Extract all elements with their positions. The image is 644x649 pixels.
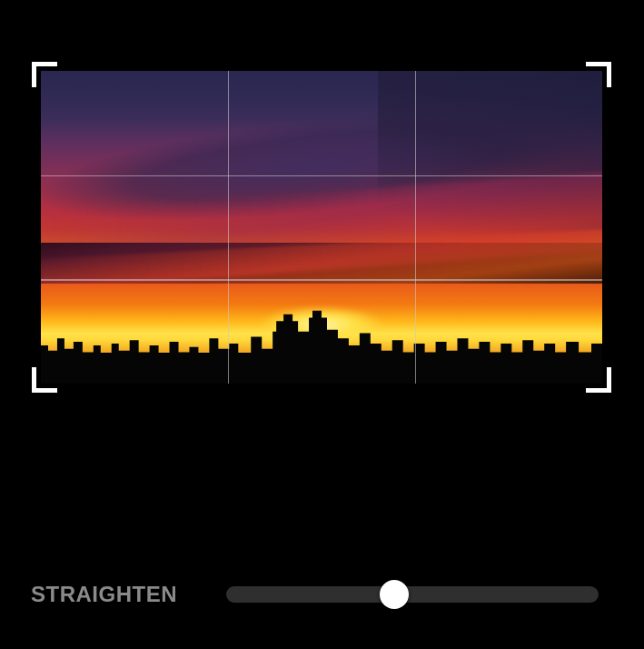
straighten-label: STRAIGHTEN [31, 582, 177, 607]
straighten-slider-thumb[interactable] [380, 580, 409, 609]
skyline-silhouette [41, 271, 602, 384]
crop-handle-tl[interactable] [32, 62, 57, 87]
crop-frame[interactable] [32, 62, 611, 393]
grid-line-vertical [415, 71, 417, 384]
crop-handle-br[interactable] [586, 367, 611, 393]
straighten-control-row: STRAIGHTEN [31, 578, 599, 611]
straighten-slider[interactable] [226, 586, 599, 603]
crop-handle-tr[interactable] [586, 62, 611, 87]
image-preview[interactable] [41, 71, 602, 384]
grid-line-horizontal [41, 279, 602, 281]
grid-line-horizontal [41, 175, 602, 177]
straighten-editor: STRAIGHTEN [0, 0, 644, 649]
grid-line-vertical [228, 71, 230, 384]
crop-handle-bl[interactable] [32, 367, 57, 393]
